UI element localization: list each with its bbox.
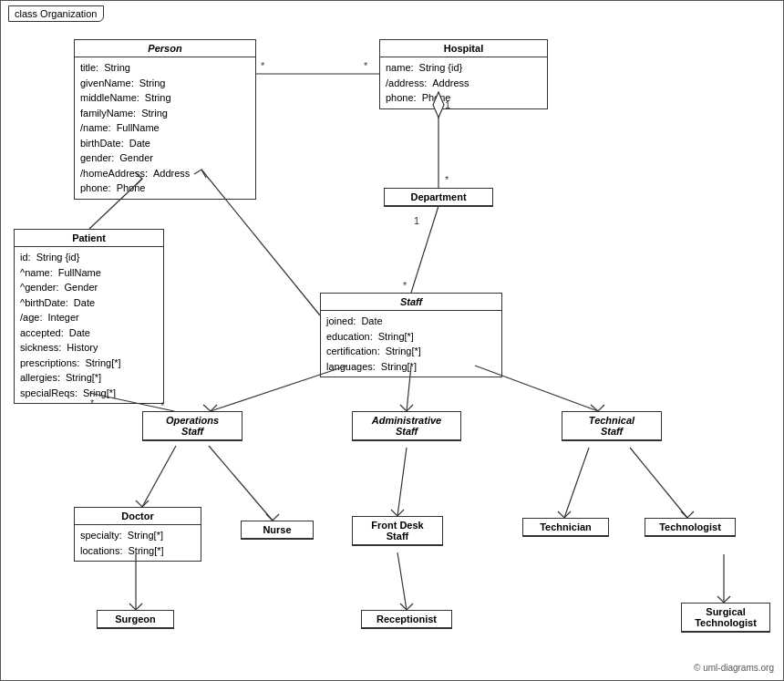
hospital-attrs: name:String {id} /address:Address phone:… (380, 57, 547, 108)
class-staff: Staff joined:Date education:String[*] ce… (320, 293, 502, 377)
copyright-text: © uml-diagrams.org (694, 663, 774, 673)
svg-text:1: 1 (414, 215, 419, 226)
class-front-desk-staff: Front DeskStaff (352, 516, 443, 546)
class-surgical-technologist: SurgicalTechnologist (681, 603, 770, 633)
surgical-technologist-title: SurgicalTechnologist (682, 604, 769, 632)
staff-attrs: joined:Date education:String[*] certific… (321, 311, 501, 377)
operations-staff-title: OperationsStaff (143, 412, 242, 440)
svg-line-26 (397, 552, 407, 610)
hospital-title: Hospital (380, 40, 547, 57)
class-person: Person title:String givenName:String mid… (74, 39, 256, 200)
class-department: Department (384, 188, 493, 207)
class-hospital: Hospital name:String {id} /address:Addre… (379, 39, 548, 109)
class-administrative-staff: AdministrativeStaff (352, 411, 461, 441)
class-nurse: Nurse (241, 521, 314, 540)
administrative-staff-title: AdministrativeStaff (353, 412, 460, 440)
svg-line-21 (209, 446, 273, 521)
class-technologist: Technologist (645, 518, 736, 537)
svg-text:*: * (261, 60, 265, 71)
technician-title: Technician (523, 519, 608, 536)
patient-title: Patient (15, 230, 163, 247)
staff-title: Staff (321, 294, 501, 311)
svg-line-9 (411, 206, 438, 293)
svg-text:*: * (403, 280, 407, 291)
class-doctor: Doctor specialty:String[*] locations:Str… (74, 507, 201, 562)
person-title: Person (75, 40, 255, 57)
front-desk-staff-title: Front DeskStaff (353, 517, 442, 545)
class-receptionist: Receptionist (361, 610, 452, 629)
svg-line-24 (630, 448, 687, 518)
class-surgeon: Surgeon (97, 610, 174, 629)
surgeon-title: Surgeon (98, 611, 173, 628)
svg-text:*: * (445, 174, 449, 185)
person-attrs: title:String givenName:String middleName… (75, 57, 255, 199)
class-patient: Patient id:String {id} ^name:FullName ^g… (14, 229, 164, 404)
diagram-title: class Organization (8, 5, 104, 22)
receptionist-title: Receptionist (362, 611, 451, 628)
nurse-title: Nurse (242, 521, 313, 539)
department-title: Department (385, 189, 492, 206)
svg-line-22 (397, 448, 407, 516)
svg-line-20 (142, 446, 176, 507)
patient-attrs: id:String {id} ^name:FullName ^gender:Ge… (15, 247, 163, 403)
class-technical-staff: TechnicalStaff (562, 411, 662, 441)
svg-line-23 (564, 448, 589, 518)
class-technician: Technician (522, 518, 609, 537)
diagram-container: class Organization Person title:String g… (0, 0, 784, 681)
technical-staff-title: TechnicalStaff (562, 412, 661, 440)
technologist-title: Technologist (645, 519, 735, 536)
svg-text:*: * (364, 60, 368, 71)
doctor-attrs: specialty:String[*] locations:String[*] (75, 525, 201, 561)
class-operations-staff: OperationsStaff (142, 411, 242, 441)
doctor-title: Doctor (75, 508, 201, 525)
